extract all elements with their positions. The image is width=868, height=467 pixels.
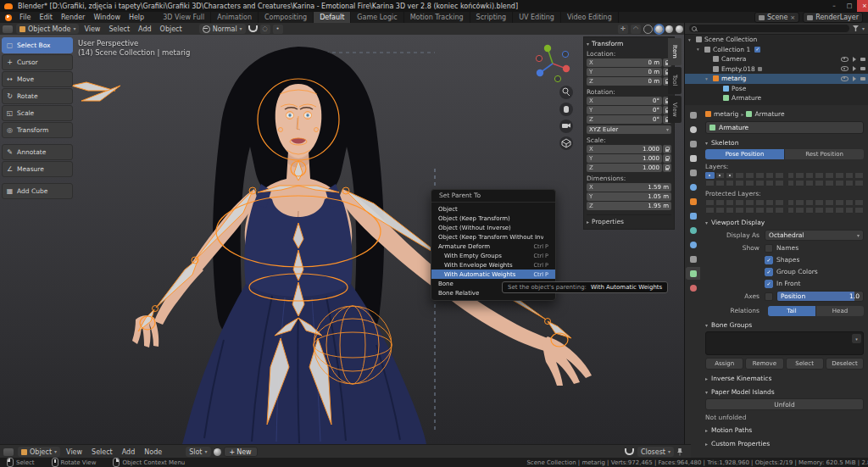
axes-checkbox[interactable]: [765, 292, 773, 301]
prop-tab-object-icon[interactable]: [686, 195, 700, 208]
interpolation-selector[interactable]: Closest ▾: [637, 447, 674, 457]
menu-node[interactable]: Node: [141, 448, 165, 456]
texture-type-selector[interactable]: Object ▾: [18, 447, 60, 457]
dimensions-z-field[interactable]: Z1.95 m: [587, 202, 671, 210]
expand-icon[interactable]: ▾: [705, 76, 710, 81]
slot-selector[interactable]: Slot ▾: [186, 447, 210, 457]
unlink-scene-icon[interactable]: ×: [790, 14, 795, 21]
rotation-y-field[interactable]: Y0°: [587, 106, 662, 114]
layout-tab-animation[interactable]: Animation: [211, 12, 259, 23]
custom-properties-header[interactable]: ▸ Custom Properties: [705, 439, 864, 448]
in-front-checkbox[interactable]: ✓: [765, 280, 773, 288]
wireframe-shading-icon[interactable]: [643, 25, 653, 34]
pose-position-button[interactable]: Pose Position: [705, 149, 785, 159]
zoom-button[interactable]: [559, 86, 573, 99]
prop-tab-render-icon[interactable]: [686, 123, 700, 136]
hide-render-icon[interactable]: [860, 67, 865, 70]
outliner-options-icon[interactable]: ▾: [862, 26, 865, 31]
prop-tab-material-icon[interactable]: [686, 281, 700, 294]
menu-edit[interactable]: Edit: [35, 14, 57, 21]
layout-tab-game-logic[interactable]: Game Logic: [351, 12, 403, 23]
browse-datablock-icon[interactable]: [214, 448, 221, 456]
sidebar-tab-tool[interactable]: Tool: [668, 67, 682, 94]
tool-add-cube[interactable]: ▦Add Cube: [2, 183, 73, 199]
prop-tab-physics-icon[interactable]: [686, 238, 700, 251]
prop-tab-modifiers-icon[interactable]: [686, 209, 700, 222]
tool-scale[interactable]: ◱Scale: [2, 105, 73, 121]
skeleton-section-header[interactable]: ▾ Skeleton: [705, 138, 864, 147]
menu-item-object[interactable]: Object: [431, 204, 555, 214]
rotation-mode-selector[interactable]: XYZ Euler▾: [587, 125, 671, 134]
prop-tab-output-icon[interactable]: [686, 137, 700, 150]
new-button[interactable]: + New: [224, 447, 258, 457]
selectability-icon[interactable]: [853, 57, 856, 62]
menu-render[interactable]: Render: [57, 14, 89, 21]
selectability-icon[interactable]: [853, 76, 856, 81]
head-button[interactable]: Head: [816, 306, 864, 316]
layout-tab-video-editing[interactable]: Video Editing: [561, 12, 619, 23]
menu-add[interactable]: Add: [135, 25, 155, 33]
solid-shading-icon[interactable]: [655, 25, 663, 33]
tool-measure[interactable]: ∠Measure: [2, 161, 73, 177]
select-button[interactable]: Select: [786, 358, 824, 370]
outliner-row-camera[interactable]: Camera: [685, 54, 868, 64]
expand-icon[interactable]: ▾: [688, 37, 693, 42]
hide-viewport-icon[interactable]: [841, 57, 849, 62]
rendered-shading-icon[interactable]: [676, 25, 683, 33]
editor-type-icon-bottom[interactable]: [3, 448, 14, 456]
tool-select-box[interactable]: ▢Select Box: [2, 37, 73, 53]
hide-render-icon[interactable]: [860, 58, 865, 61]
expand-icon[interactable]: ▾: [697, 47, 702, 52]
scene-canvas[interactable]: [0, 35, 684, 444]
pan-button[interactable]: [559, 103, 573, 116]
scale-y-field[interactable]: Y1.000: [587, 154, 662, 163]
hide-viewport-icon[interactable]: [841, 76, 849, 81]
inverse-kinematics-header[interactable]: ▸ Inverse Kinematics: [705, 374, 864, 383]
pin-icon[interactable]: [677, 448, 682, 456]
outliner-row-metarig[interactable]: ▾ metarig: [685, 74, 868, 84]
menu-select[interactable]: Select: [105, 25, 133, 33]
render-layer-selector[interactable]: RenderLayer: [803, 12, 863, 23]
tool-cursor[interactable]: +Cursor: [2, 54, 73, 70]
chevron-down-icon[interactable]: ▾: [587, 42, 589, 47]
bone-groups-header[interactable]: ▾ Bone Groups: [705, 320, 864, 330]
layout-tab-scripting[interactable]: Scripting: [470, 12, 514, 23]
pivot-point-icon[interactable]: •: [273, 25, 283, 34]
outliner-row-collection-1[interactable]: ▾ Collection 1 ✓: [685, 45, 868, 55]
protected-layers-grid[interactable]: [705, 199, 864, 214]
maximize-button[interactable]: □: [842, 0, 857, 12]
menu-view-bottom[interactable]: View: [63, 448, 86, 456]
ortho-toggle-button[interactable]: [559, 136, 573, 150]
prop-tab-particles-icon[interactable]: [686, 224, 700, 236]
hide-render-icon[interactable]: [860, 77, 865, 81]
layout-tab-motion-tracking[interactable]: Motion Tracking: [404, 12, 470, 23]
camera-view-button[interactable]: [559, 120, 573, 133]
menu-object[interactable]: Object: [157, 25, 186, 33]
unfold-button[interactable]: Unfold: [705, 398, 864, 410]
rotation-z-field[interactable]: Z0°: [587, 115, 662, 124]
collection-checkbox[interactable]: ✓: [754, 47, 760, 53]
sidebar-tab-item[interactable]: Item: [668, 38, 682, 65]
bone-groups-list[interactable]: ▾: [705, 331, 864, 355]
blender-app-icon[interactable]: [5, 14, 12, 21]
shapes-checkbox[interactable]: ✓: [765, 256, 773, 264]
outliner-row-scene-collection[interactable]: ▾ Scene Collection: [685, 35, 868, 45]
remove-button[interactable]: Remove: [745, 358, 783, 370]
location-y-field[interactable]: Y0 m: [587, 68, 662, 76]
close-button[interactable]: ×: [857, 0, 868, 12]
filter-icon[interactable]: [853, 25, 859, 31]
minimize-button[interactable]: –: [826, 0, 842, 12]
datablock-name-field[interactable]: Armature: [705, 121, 864, 134]
axes-position-slider[interactable]: Position 1.0: [776, 291, 864, 302]
snap-magnet-icon[interactable]: [248, 25, 258, 32]
motion-paths-header[interactable]: ▸ Motion Paths: [705, 425, 864, 435]
prop-tab-tool-icon[interactable]: [686, 108, 700, 121]
assign-button[interactable]: Assign: [705, 358, 743, 370]
menu-item-object-without-inverse[interactable]: Object (Without Inverse): [431, 223, 555, 232]
properties-panel-header[interactable]: ▸Properties: [587, 214, 671, 225]
bone-groups-menu-button[interactable]: ▾: [852, 334, 861, 343]
menu-view[interactable]: View: [81, 25, 103, 33]
viewport-3d[interactable]: User Perspective (14) Scene Collection |…: [0, 35, 684, 444]
location-x-field[interactable]: X0 m: [587, 58, 662, 67]
lock-icon[interactable]: [663, 145, 671, 153]
